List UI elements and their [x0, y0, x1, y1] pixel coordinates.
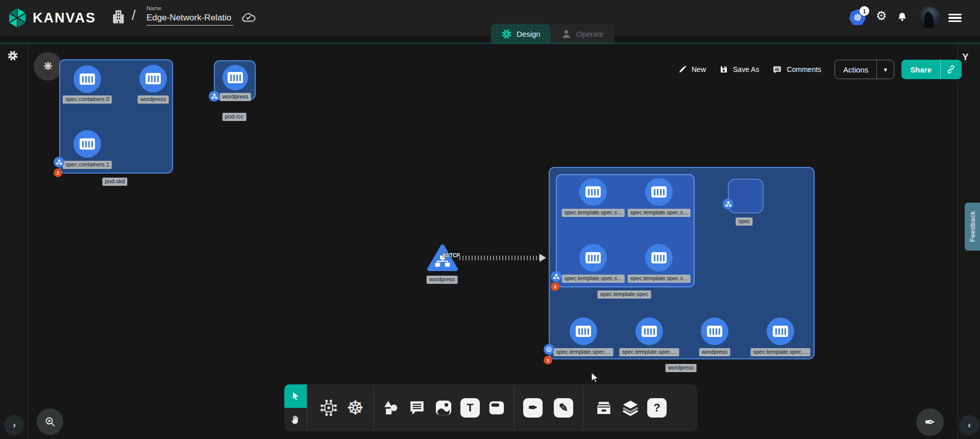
- actions-dropdown-caret[interactable]: ▾: [876, 60, 894, 79]
- frame-tool-button[interactable]: [483, 384, 510, 431]
- shapes-icon: [381, 399, 400, 417]
- node-wordpress-container[interactable]: [223, 65, 248, 90]
- node-label: spec.template.spec.s...: [628, 275, 691, 283]
- toolbar-divider: [374, 384, 374, 431]
- hierarchy-icon[interactable]: [54, 157, 64, 167]
- error-badge[interactable]: 2: [54, 168, 62, 177]
- help-tool-button[interactable]: ?: [644, 384, 670, 431]
- chevron-right-icon: ›: [13, 420, 16, 430]
- node-label: wordpress: [220, 93, 251, 101]
- container-icon: [651, 186, 667, 198]
- node-template-container[interactable]: [579, 178, 607, 206]
- node-service-wordpress[interactable]: [427, 244, 458, 275]
- collapse-right-panel-button[interactable]: ‹: [959, 415, 979, 435]
- node-label: spec.template.spec.s...: [628, 209, 691, 217]
- hand-icon: [290, 414, 301, 425]
- shapes-tool-button[interactable]: [377, 384, 404, 431]
- container-icon: [80, 138, 95, 150]
- hierarchy-icon[interactable]: [551, 271, 561, 282]
- node-template-container[interactable]: [645, 178, 673, 206]
- tab-operate-label: Operate: [576, 30, 604, 38]
- kubernetes-tool-button[interactable]: ☸: [342, 384, 369, 431]
- pen-draw-icon: ✒: [523, 398, 543, 418]
- node-label: spec.template.spec....: [620, 348, 679, 356]
- expand-left-panel-button[interactable]: ›: [4, 415, 24, 435]
- node-label: spec.template.spec....: [554, 348, 614, 356]
- error-badge[interactable]: 3: [544, 356, 552, 364]
- whiteboard-pen-button[interactable]: ✒: [916, 408, 944, 436]
- link-icon: [946, 64, 956, 75]
- new-button[interactable]: New: [678, 65, 706, 74]
- hierarchy-icon[interactable]: [209, 91, 219, 102]
- design-name-value[interactable]: Edge-Network-Relatio: [146, 13, 233, 26]
- group-pod-skd[interactable]: spec.containers.0 wordpress spec.contain…: [59, 59, 173, 174]
- container-icon: [145, 73, 161, 84]
- deployment-icon[interactable]: [544, 344, 554, 355]
- node-wordpress-container[interactable]: [139, 65, 167, 92]
- node-template-container[interactable]: [579, 244, 607, 272]
- freehand-tool-button[interactable]: ✎: [550, 384, 577, 431]
- pen-tool-button[interactable]: ✒: [520, 384, 546, 431]
- validation-y-icon[interactable]: Y: [962, 52, 969, 63]
- group-spec-template-spec[interactable]: spec.template.spec.s... spec.template.sp…: [556, 174, 695, 287]
- kanvas-logo-icon: [7, 7, 28, 29]
- container-icon: [228, 72, 243, 83]
- save-as-button[interactable]: Save As: [719, 65, 759, 74]
- floating-gear-node[interactable]: ❋: [34, 52, 62, 81]
- share-split-button[interactable]: Share: [901, 60, 962, 79]
- zoom-search-button[interactable]: [37, 408, 63, 435]
- actions-label[interactable]: Actions: [835, 65, 876, 74]
- node-spec[interactable]: [728, 179, 764, 213]
- help-icon: ?: [647, 398, 667, 418]
- hierarchy-icon[interactable]: [723, 199, 733, 209]
- node-bottom-container[interactable]: [570, 318, 597, 345]
- tab-design[interactable]: Design: [491, 24, 551, 43]
- pan-tool-button[interactable]: [284, 408, 307, 431]
- error-badge[interactable]: 3: [551, 282, 559, 291]
- image-tool-button[interactable]: [430, 384, 457, 431]
- organization-icon[interactable]: [111, 9, 126, 27]
- text-tool-button[interactable]: T: [457, 384, 483, 431]
- toolbar-divider: [307, 384, 307, 431]
- node-bottom-container[interactable]: [635, 318, 663, 345]
- dashboard-spiral-icon[interactable]: [7, 50, 18, 61]
- container-icon: [576, 326, 591, 337]
- tab-operate[interactable]: Operate: [551, 24, 614, 43]
- container-icon: [707, 326, 722, 337]
- new-label: New: [692, 65, 706, 74]
- components-tool-button[interactable]: [315, 384, 342, 431]
- select-tool-button[interactable]: [284, 384, 307, 408]
- hamburger-menu-icon[interactable]: [948, 14, 962, 22]
- actions-split-button[interactable]: Actions ▾: [835, 60, 894, 79]
- node-spec-containers-1[interactable]: [74, 130, 101, 158]
- canvas-toolbar: ☸ T: [284, 384, 697, 431]
- node-bottom-container[interactable]: [701, 318, 728, 345]
- toolbar-divider: [514, 384, 514, 431]
- node-template-container[interactable]: [645, 244, 673, 272]
- drawer-icon: [594, 398, 614, 418]
- comments-button[interactable]: Comments: [772, 65, 821, 75]
- breadcrumb-separator: /: [132, 7, 136, 23]
- design-name-field[interactable]: Name Edge-Network-Relatio: [146, 5, 233, 26]
- group-deployment-wordpress[interactable]: spec.template.spec.s... spec.template.sp…: [549, 167, 815, 359]
- kanvas-logo[interactable]: KANVAS: [7, 7, 96, 29]
- flower-gear-icon: ❋: [43, 60, 53, 72]
- service-edge[interactable]: [459, 256, 541, 260]
- kubernetes-context-button[interactable]: ☸ 1: [849, 8, 872, 27]
- share-label[interactable]: Share: [901, 65, 940, 74]
- node-bottom-container[interactable]: [767, 318, 794, 345]
- group-pod-rcc[interactable]: wordpress: [214, 60, 256, 100]
- user-avatar[interactable]: [918, 7, 940, 29]
- container-icon: [80, 74, 95, 85]
- feedback-tab[interactable]: Feedback: [965, 203, 980, 251]
- node-spec-containers-0[interactable]: [74, 65, 101, 93]
- kubernetes-context-badge: 1: [860, 6, 869, 16]
- copy-link-button[interactable]: [940, 60, 962, 79]
- node-label: wordpress: [699, 348, 730, 356]
- settings-gear-icon[interactable]: ⚙: [876, 10, 887, 22]
- comment-tool-button[interactable]: [404, 384, 430, 431]
- drawer-tool-button[interactable]: [591, 384, 617, 431]
- group-label-deployment: wordpress: [666, 364, 697, 372]
- layers-tool-button[interactable]: [617, 384, 644, 431]
- notifications-bell-icon[interactable]: [896, 11, 908, 26]
